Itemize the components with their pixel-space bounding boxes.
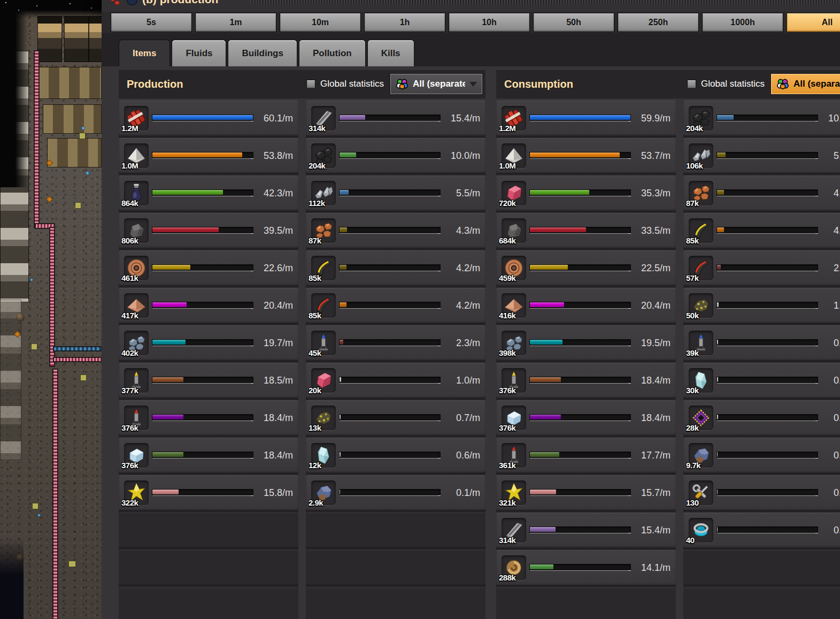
rate-value: 1.0/m	[799, 288, 840, 323]
yellow-rock-icon[interactable]: 50k	[689, 293, 713, 318]
time-button-1h[interactable]: 1h	[364, 13, 445, 32]
time-button-5s[interactable]: 5s	[111, 13, 192, 32]
calcite-icon[interactable]: 1.0M	[124, 143, 149, 168]
quantum-processor-icon[interactable]: 28k	[689, 406, 713, 430]
yellow-crystal-icon[interactable]: 322k	[124, 480, 149, 505]
tab-kills[interactable]: Kills	[367, 40, 414, 66]
consumption-filter-label: All (separate)	[793, 79, 840, 89]
statistics-content: Production Global statistics All (separa…	[102, 66, 840, 619]
time-button-10m[interactable]: 10m	[280, 13, 361, 32]
time-button-10h[interactable]: 10h	[449, 13, 530, 32]
calcite-icon[interactable]: 1.0M	[502, 143, 526, 168]
rate-value: 22.5/m	[612, 250, 671, 286]
item-row: 87k 4.3/m	[306, 213, 485, 248]
tab-pollution[interactable]: Pollution	[299, 40, 366, 66]
tungsten-ore-icon[interactable]: 106k	[689, 143, 713, 168]
time-button-1m[interactable]: 1m	[195, 13, 276, 32]
spiral-shell-icon[interactable]: 288k	[502, 555, 526, 580]
copper-plate-icon[interactable]: 416k	[502, 293, 526, 318]
item-row: 40 0.0/m	[683, 513, 840, 548]
machine-column	[0, 300, 21, 460]
item-row: 361k 17.7/m	[496, 438, 676, 473]
pink-crystal-icon[interactable]: 720k	[502, 181, 526, 205]
ore-chunk-icon[interactable]: 9.7k	[689, 443, 713, 468]
empty-row-slot	[496, 587, 676, 619]
yellow-rock-icon[interactable]: 13k	[311, 406, 336, 430]
blue-crystal-icon[interactable]: 30k	[689, 368, 713, 393]
global-statistics-checkbox[interactable]	[687, 80, 696, 89]
yellow-magazine-icon[interactable]: 85k	[689, 218, 713, 243]
copper-plate-icon[interactable]: 417k	[124, 293, 149, 318]
red-magazine-icon[interactable]: 85k	[311, 293, 336, 318]
yellow-crystal-icon[interactable]: 321k	[502, 480, 526, 505]
time-button-all[interactable]: All	[787, 13, 840, 32]
drag-handle[interactable]	[250, 0, 840, 4]
tab-fluids[interactable]: Fluids	[172, 40, 226, 66]
yellow-rocket-icon[interactable]: 376k	[502, 368, 526, 393]
iron-ore-icon[interactable]: 402k	[124, 331, 149, 355]
production-filter-dropdown[interactable]: All (separate)	[390, 74, 482, 94]
ice-icon[interactable]: 376k	[124, 443, 149, 468]
iron-ore-icon[interactable]: 398k	[502, 331, 526, 355]
red-rocket-icon[interactable]: 376k	[124, 406, 149, 430]
red-rocket-icon[interactable]: 361k	[502, 443, 526, 468]
copper-cable-icon[interactable]: 461k	[124, 256, 149, 280]
flask-icon[interactable]: 864k	[124, 181, 149, 205]
ice-icon[interactable]: 376k	[502, 406, 526, 430]
rate-value: 53.8/m	[234, 138, 293, 173]
red-magazine-icon[interactable]: 57k	[689, 256, 713, 280]
item-row: 106k 5.3/m	[683, 138, 840, 173]
steel-plate-icon[interactable]: 314k	[502, 518, 526, 542]
rate-value: 20.4/m	[612, 288, 671, 323]
blue-rocket-icon[interactable]: 45k	[311, 331, 336, 355]
item-count: 376k	[499, 423, 515, 432]
coal-icon[interactable]: 204k	[311, 143, 336, 168]
tungsten-ore-icon[interactable]: 112k	[311, 181, 336, 205]
item-row: 45k 2.3/m	[306, 325, 485, 361]
rate-bar-fill	[530, 190, 589, 195]
explosives-icon[interactable]: 1.2M	[502, 106, 526, 131]
rate-bar-fill	[152, 190, 223, 195]
coal-icon[interactable]: 204k	[689, 106, 713, 131]
time-button-50h[interactable]: 50h	[533, 13, 614, 32]
pink-crystal-icon[interactable]: 20k	[311, 368, 336, 393]
repair-pack-icon[interactable]: 130	[689, 480, 713, 505]
item-count: 9.7k	[686, 461, 700, 470]
item-row: 416k 20.4/m	[496, 288, 676, 323]
stone-icon[interactable]: 684k	[502, 218, 526, 243]
consumption-filter-dropdown[interactable]: All (separate)	[771, 74, 840, 94]
yellow-magazine-icon[interactable]: 85k	[311, 256, 336, 280]
time-button-1000h[interactable]: 1000h	[702, 13, 783, 32]
rate-bar-fill	[152, 265, 190, 270]
machine-row	[38, 67, 102, 99]
item-count: 28k	[686, 423, 699, 432]
item-count: 20k	[309, 386, 321, 395]
foundry-structure	[64, 16, 89, 62]
explosives-icon[interactable]: 1.2M	[124, 106, 149, 131]
item-row: 864k 42.3/m	[119, 175, 298, 211]
time-button-250h[interactable]: 250h	[618, 13, 699, 32]
copper-ore-icon[interactable]: 87k	[311, 218, 336, 243]
rate-value: 4.2/m	[421, 250, 480, 286]
tab-items[interactable]: Items	[119, 40, 170, 66]
ore-chunk-icon[interactable]: 2.9k	[311, 480, 336, 505]
copper-ore-icon[interactable]: 87k	[689, 181, 713, 205]
superconductor-icon[interactable]: 40	[689, 518, 713, 542]
item-count: 13k	[309, 423, 321, 432]
game-viewport[interactable]	[0, 0, 102, 619]
copper-cable-icon[interactable]: 459k	[502, 256, 526, 280]
rate-value: 33.5/m	[612, 213, 671, 248]
rate-bar-fill	[340, 302, 346, 307]
blue-crystal-icon[interactable]: 12k	[311, 443, 336, 468]
rate-bar-fill	[340, 415, 341, 419]
window-titlebar: (b) production	[102, 0, 840, 12]
item-count: 87k	[686, 198, 699, 208]
rate-bar-fill	[340, 265, 346, 270]
stone-icon[interactable]: 806k	[124, 218, 149, 243]
yellow-rocket-icon[interactable]: 377k	[124, 368, 149, 393]
tab-buildings[interactable]: Buildings	[228, 40, 297, 66]
empty-row-slot	[683, 587, 840, 619]
global-statistics-checkbox[interactable]	[306, 80, 315, 89]
steel-plate-icon[interactable]: 314k	[311, 106, 336, 131]
blue-rocket-icon[interactable]: 39k	[689, 331, 713, 355]
